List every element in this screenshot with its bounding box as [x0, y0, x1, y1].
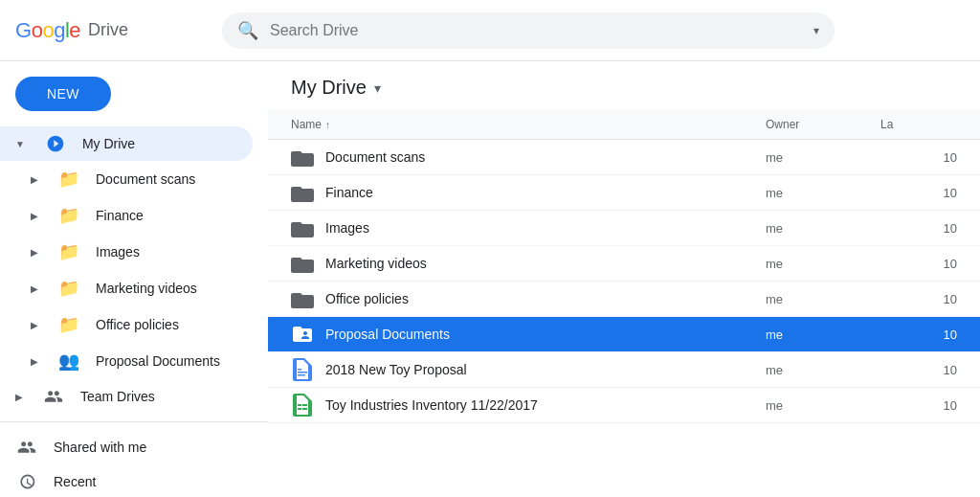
sidebar-subitem-label: Document scans	[96, 171, 195, 187]
sidebar-item-team-drives[interactable]: ▶ Team Drives	[0, 379, 253, 414]
owner-cell: me	[766, 363, 880, 377]
docs-icon	[291, 358, 314, 381]
table-row[interactable]: Toy Industries Inventory 11/22/2017 me 1…	[268, 388, 980, 423]
file-name-cell: Office policies	[291, 287, 766, 310]
sidebar-item-shared[interactable]: Shared with me	[0, 430, 253, 464]
new-button[interactable]: NEW	[15, 77, 111, 111]
expand-icon: ▶	[31, 211, 38, 221]
table-row[interactable]: Finance me 10	[268, 175, 980, 211]
table-header: Name ↑ Owner La	[268, 110, 980, 140]
title-dropdown-icon[interactable]: ▾	[374, 80, 381, 96]
sidebar-item-my-drive-label: My Drive	[82, 136, 135, 151]
table-row[interactable]: Images me 10	[268, 211, 980, 246]
last-cell: 10	[880, 186, 957, 200]
owner-cell: me	[766, 328, 880, 342]
sidebar-subitem-label: Proposal Documents	[96, 353, 220, 369]
file-name-cell: Document scans	[291, 146, 766, 169]
table-row[interactable]: Office policies me 10	[268, 282, 980, 317]
team-drives-icon	[42, 387, 65, 406]
file-name: Office policies	[325, 291, 409, 306]
expand-icon: ▶	[31, 320, 38, 330]
file-name: Document scans	[325, 149, 425, 165]
folder-icon: 📁	[57, 205, 80, 226]
shared-folder-icon: 👥	[57, 350, 80, 372]
col-name-label: Name	[291, 118, 322, 131]
main-layout: NEW ▼ My Drive ▶ 📁 Document scans ▶ 📁 Fi…	[0, 61, 980, 497]
owner-cell: me	[766, 150, 880, 165]
sidebar-subitem-images[interactable]: ▶ 📁 Images	[0, 234, 253, 270]
content-area: My Drive ▾ Name ↑ Owner La Document sca	[268, 61, 980, 497]
sidebar-subitem-label: Images	[96, 244, 140, 260]
folder-icon	[291, 216, 314, 239]
sidebar-item-recent-label: Recent	[54, 474, 96, 489]
sidebar-subitem-label: Office policies	[96, 317, 179, 332]
file-name-cell: 2018 New Toy Proposal	[291, 358, 766, 381]
logo-area: Google Drive	[15, 18, 207, 43]
search-caret-icon[interactable]: ▾	[813, 24, 819, 37]
sidebar-item-recent[interactable]: Recent	[0, 464, 253, 497]
drive-logo-text: Drive	[88, 20, 128, 40]
sidebar-subitem-document-scans[interactable]: ▶ 📁 Document scans	[0, 161, 253, 197]
search-bar[interactable]: 🔍 ▾	[222, 12, 835, 49]
folder-icon: 📁	[57, 169, 80, 190]
google-logo: Google	[15, 18, 80, 43]
folder-icon	[291, 181, 314, 204]
sidebar-subitem-marketing-videos[interactable]: ▶ 📁 Marketing videos	[0, 270, 253, 306]
sidebar-item-my-drive[interactable]: ▼ My Drive	[0, 126, 253, 161]
content-header: My Drive ▾	[268, 61, 980, 110]
table-row-proposal-documents[interactable]: Proposal Documents me 10	[268, 317, 980, 352]
sort-arrow-icon: ↑	[325, 120, 330, 130]
sidebar-subitem-finance[interactable]: ▶ 📁 Finance	[0, 197, 253, 234]
search-input[interactable]	[270, 22, 802, 39]
table-row[interactable]: 2018 New Toy Proposal me 10	[268, 352, 980, 388]
owner-cell: me	[766, 398, 880, 413]
sidebar-subitem-label: Finance	[96, 208, 144, 223]
last-cell: 10	[880, 398, 957, 413]
file-name: Images	[325, 220, 369, 236]
sheets-icon	[291, 394, 314, 417]
file-name-cell: Finance	[291, 181, 766, 204]
expand-icon: ▶	[31, 356, 38, 367]
sidebar-item-shared-label: Shared with me	[54, 440, 146, 455]
recent-icon	[15, 472, 38, 491]
page-title: My Drive	[291, 77, 367, 99]
last-cell: 10	[880, 363, 957, 377]
last-cell: 10	[880, 257, 957, 271]
my-drive-icon	[44, 134, 67, 153]
sidebar-divider	[0, 421, 268, 422]
folder-icon	[291, 252, 314, 275]
sidebar-my-drive-subitems: ▶ 📁 Document scans ▶ 📁 Finance ▶ 📁 Image…	[0, 161, 268, 379]
expand-icon: ▼	[15, 139, 25, 149]
file-name: Proposal Documents	[325, 327, 450, 342]
file-table: Name ↑ Owner La Document scans me 10	[268, 110, 980, 497]
owner-cell: me	[766, 186, 880, 200]
folder-icon: 📁	[57, 278, 80, 299]
table-row[interactable]: Document scans me 10	[268, 140, 980, 175]
folder-icon: 📁	[57, 241, 80, 262]
expand-icon: ▶	[31, 174, 38, 185]
shared-icon	[15, 438, 38, 457]
col-owner-header[interactable]: Owner	[766, 118, 880, 131]
sidebar: NEW ▼ My Drive ▶ 📁 Document scans ▶ 📁 Fi…	[0, 61, 268, 497]
file-name-cell: Toy Industries Inventory 11/22/2017	[291, 394, 766, 417]
file-name: 2018 New Toy Proposal	[325, 362, 467, 377]
last-cell: 10	[880, 292, 957, 306]
file-name-cell: Proposal Documents	[291, 323, 766, 346]
col-last-header[interactable]: La	[880, 118, 957, 131]
last-cell: 10	[880, 328, 957, 342]
table-row[interactable]: Marketing videos me 10	[268, 246, 980, 282]
file-name: Marketing videos	[325, 256, 427, 271]
file-name: Toy Industries Inventory 11/22/2017	[325, 397, 538, 413]
folder-icon	[291, 287, 314, 310]
expand-icon: ▶	[31, 247, 38, 258]
last-cell: 10	[880, 221, 957, 236]
expand-icon: ▶	[15, 392, 23, 402]
file-name: Finance	[325, 185, 373, 200]
sidebar-subitem-label: Marketing videos	[96, 281, 197, 296]
folder-icon	[291, 146, 314, 169]
shared-folder-icon	[291, 323, 314, 346]
sidebar-subitem-proposal-documents[interactable]: ▶ 👥 Proposal Documents	[0, 343, 253, 379]
owner-cell: me	[766, 221, 880, 236]
sidebar-subitem-office-policies[interactable]: ▶ 📁 Office policies	[0, 306, 253, 343]
col-name-header[interactable]: Name ↑	[291, 118, 766, 131]
